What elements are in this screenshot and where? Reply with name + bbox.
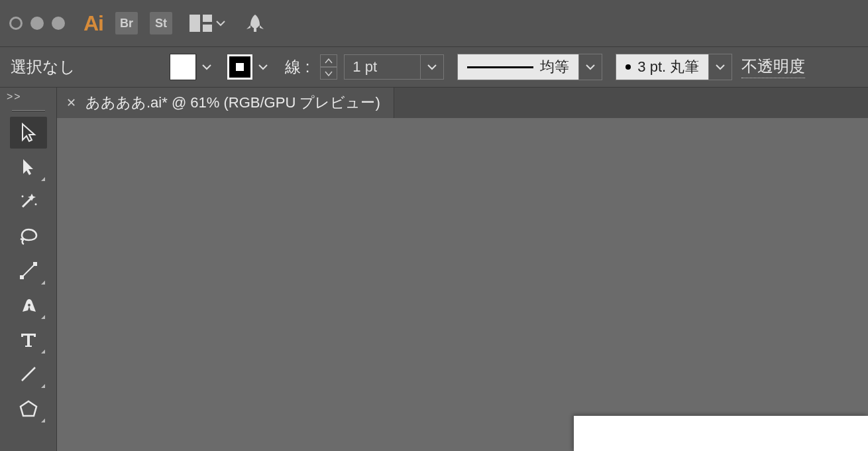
maximize-window-button[interactable]: [52, 17, 65, 30]
magic-wand-icon: [19, 192, 38, 211]
panel-grip[interactable]: [0, 106, 56, 115]
svg-rect-2: [203, 25, 212, 32]
chevron-down-icon: [586, 64, 595, 70]
control-bar: 選択なし 線 : 1 pt 均等: [0, 47, 868, 88]
brush-dot-icon: [625, 64, 631, 70]
workspace: >>: [0, 88, 868, 451]
fill-control[interactable]: [170, 54, 217, 80]
chevron-down-icon: [427, 64, 437, 70]
flyout-indicator-icon: [41, 384, 45, 388]
arrange-documents-icon: [190, 15, 212, 32]
svg-rect-0: [190, 15, 200, 32]
stepper-down-button[interactable]: [320, 67, 337, 80]
flyout-indicator-icon: [41, 315, 45, 319]
tools-panel: >>: [0, 88, 57, 451]
stroke-label: 線 :: [285, 56, 309, 78]
brush-definition[interactable]: 3 pt. 丸筆: [616, 54, 732, 80]
stepper-up-button[interactable]: [320, 54, 337, 67]
arrange-documents-button[interactable]: [190, 15, 225, 32]
svg-point-10: [28, 304, 30, 306]
stroke-swatch[interactable]: [227, 54, 252, 80]
close-window-button[interactable]: [9, 17, 23, 30]
document-tab-row: ✕ ああああ.ai* @ 61% (RGB/GPU プレビュー): [57, 88, 868, 118]
svg-line-11: [22, 367, 35, 381]
selection-tool-icon: [20, 123, 37, 143]
svg-rect-1: [203, 15, 212, 22]
pen-nib-icon: [19, 296, 38, 314]
app-logo: Ai: [83, 11, 103, 36]
stroke-weight-dropdown[interactable]: [421, 54, 444, 80]
caret-down-icon: [325, 71, 333, 76]
brush-label: 3 pt. 丸筆: [637, 57, 699, 77]
artboard[interactable]: [574, 416, 868, 451]
variable-width-profile[interactable]: 均等: [457, 54, 602, 80]
shape-tool[interactable]: [10, 393, 47, 424]
svg-marker-12: [21, 401, 36, 416]
polygon-icon: [19, 399, 38, 418]
chevron-down-icon: [216, 20, 225, 27]
svg-rect-8: [20, 275, 24, 279]
profile-dropdown[interactable]: [579, 54, 602, 80]
caret-up-icon: [325, 58, 333, 64]
document-tab[interactable]: ✕ ああああ.ai* @ 61% (RGB/GPU プレビュー): [57, 88, 394, 118]
stroke-weight-field[interactable]: 1 pt: [344, 54, 444, 80]
profile-display[interactable]: 均等: [457, 54, 579, 80]
document-tab-title: ああああ.ai* @ 61% (RGB/GPU プレビュー): [85, 93, 380, 113]
pen-anchor-icon: [19, 261, 38, 280]
chevron-down-icon: [716, 64, 725, 70]
stroke-weight-value[interactable]: 1 pt: [344, 54, 421, 80]
direct-selection-tool[interactable]: [10, 151, 47, 183]
type-tool[interactable]: [10, 324, 47, 355]
flyout-indicator-icon: [41, 350, 45, 354]
svg-point-6: [34, 204, 36, 206]
opacity-label[interactable]: 不透明度: [741, 56, 805, 78]
selection-tool[interactable]: [10, 117, 47, 149]
titlebar: Ai Br St: [0, 0, 868, 47]
flyout-indicator-icon: [41, 177, 45, 181]
stroke-weight-stepper[interactable]: [320, 54, 337, 80]
stock-button[interactable]: St: [150, 12, 172, 34]
panel-expand-button[interactable]: >>: [0, 88, 56, 106]
rocket-icon: [244, 13, 266, 33]
chevron-down-icon: [258, 64, 268, 70]
lasso-tool[interactable]: [10, 220, 47, 252]
chevron-down-icon: [202, 64, 211, 70]
minimize-window-button[interactable]: [30, 17, 44, 30]
line-icon: [19, 365, 38, 383]
direct-selection-tool-icon: [21, 158, 36, 176]
svg-point-5: [21, 196, 23, 198]
stroke-dropdown[interactable]: [252, 54, 273, 80]
profile-label: 均等: [540, 57, 569, 77]
pen-tool[interactable]: [10, 255, 47, 287]
fill-swatch[interactable]: [170, 54, 196, 80]
svg-rect-3: [254, 28, 256, 32]
line-segment-tool[interactable]: [10, 358, 47, 390]
svg-rect-9: [33, 262, 37, 266]
fill-dropdown[interactable]: [196, 54, 217, 80]
brush-display[interactable]: 3 pt. 丸筆: [616, 54, 709, 80]
flyout-indicator-icon: [41, 419, 45, 422]
curvature-tool[interactable]: [10, 289, 47, 321]
lasso-icon: [18, 227, 39, 245]
type-icon: [20, 331, 37, 348]
window-controls: [9, 17, 65, 30]
brush-dropdown[interactable]: [709, 54, 732, 80]
stroke-control[interactable]: [223, 54, 273, 80]
gpu-performance-button[interactable]: [244, 13, 266, 33]
profile-line-icon: [467, 66, 533, 68]
svg-line-4: [23, 198, 32, 207]
selection-status-label: 選択なし: [11, 56, 163, 78]
bridge-button[interactable]: Br: [115, 12, 138, 34]
canvas-area[interactable]: ✕ ああああ.ai* @ 61% (RGB/GPU プレビュー): [57, 88, 868, 451]
close-tab-button[interactable]: ✕: [66, 96, 76, 110]
flyout-indicator-icon: [41, 281, 45, 285]
magic-wand-tool[interactable]: [10, 186, 47, 218]
